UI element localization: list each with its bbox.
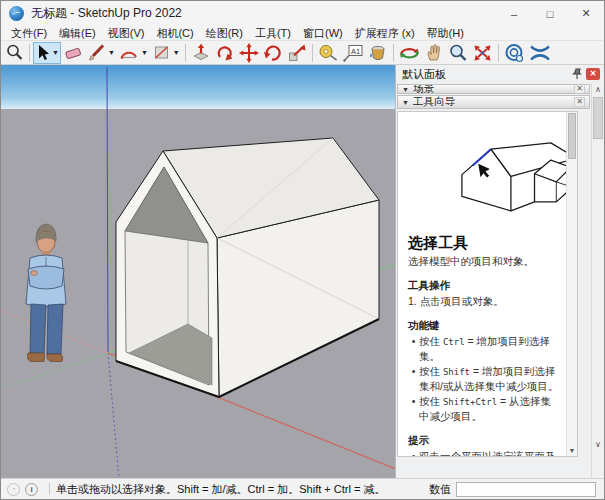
toolbar-separator	[393, 44, 394, 62]
scroll-down-icon[interactable]: ∨	[592, 438, 604, 451]
instructor-title: 选择工具	[408, 234, 560, 253]
model-scene	[1, 65, 395, 478]
default-tray-panel: 默认面板 ✕ ▼ 场景 ✕ ▼ 工具	[395, 65, 604, 478]
info-icon[interactable]: i	[25, 483, 38, 496]
triangle-expand-icon: ▼	[402, 99, 409, 106]
tip-item: •双击一个平面以选定该平面及其所有边线。	[408, 450, 560, 456]
scroll-up-icon[interactable]: ∧	[592, 83, 604, 96]
chevron-down-icon[interactable]: ▼	[141, 49, 148, 56]
scale-icon	[287, 43, 307, 63]
sketchup-window: 无标题 - SketchUp Pro 2022 – □ ✕ 文件(F) 编辑(E…	[0, 0, 605, 500]
tape-measure-button[interactable]	[316, 42, 340, 64]
section-instructor-label: 工具向导	[413, 95, 455, 109]
rotate-icon	[263, 43, 283, 63]
pencil-icon	[87, 43, 106, 62]
scrollbar-thumb[interactable]	[568, 113, 576, 159]
rectangle-tool-button[interactable]: ▼	[150, 42, 182, 64]
title-bar: 无标题 - SketchUp Pro 2022 – □ ✕	[1, 1, 604, 26]
zoom-extents-button[interactable]	[470, 42, 495, 64]
arc-tool-button[interactable]: ▼	[117, 42, 150, 64]
geolocation-icon[interactable]: ◔	[7, 483, 20, 496]
section-scenes[interactable]: ▼ 场景 ✕	[397, 84, 590, 94]
sketchup-logo-icon	[9, 6, 24, 21]
minimize-button[interactable]: –	[496, 1, 532, 26]
chevron-down-icon[interactable]: ▼	[52, 49, 59, 56]
operation-step: 1. 点击项目或对象。	[408, 295, 560, 308]
text-tool-button[interactable]: A1	[340, 42, 365, 64]
menu-help[interactable]: 帮助(H)	[421, 26, 470, 40]
paint-bucket-button[interactable]	[365, 42, 390, 64]
section-instructor[interactable]: ▼ 工具向导 ✕	[397, 95, 590, 109]
rotate-button[interactable]	[261, 42, 285, 64]
menu-file[interactable]: 文件(F)	[5, 26, 53, 40]
close-button[interactable]: ✕	[568, 1, 604, 26]
instructor-scrollbar[interactable]: ▼	[566, 112, 577, 456]
exchange-button[interactable]	[527, 42, 553, 64]
select-tool-button[interactable]: ▼	[33, 42, 61, 64]
text-icon: A1	[342, 43, 363, 63]
status-separator	[49, 483, 50, 495]
menu-camera[interactable]: 相机(C)	[150, 26, 199, 40]
toolbar-separator	[312, 44, 313, 62]
pan-button[interactable]	[422, 42, 446, 64]
scrollbar-thumb[interactable]	[593, 97, 603, 139]
toolbar-separator	[498, 44, 499, 62]
menu-tools[interactable]: 工具(T)	[249, 26, 297, 40]
menu-window[interactable]: 窗口(W)	[297, 26, 349, 40]
zoom-button[interactable]	[446, 42, 470, 64]
zoom-window-icon	[5, 43, 24, 62]
modifier-item: •按住 Shift = 增加项目到选择集和/或从选择集中减少项目。	[408, 365, 560, 393]
menu-draw[interactable]: 绘图(R)	[200, 26, 249, 40]
warehouse-button[interactable]	[502, 42, 527, 64]
zoom-extents-icon	[472, 43, 493, 63]
warehouse-icon	[504, 43, 525, 63]
menu-view[interactable]: 视图(V)	[102, 26, 151, 40]
person-left-shoe	[27, 353, 44, 362]
orbit-button[interactable]	[397, 42, 422, 64]
line-tool-button[interactable]: ▼	[85, 42, 117, 64]
eraser-button[interactable]	[61, 42, 85, 64]
paint-bucket-icon	[367, 43, 388, 63]
maximize-button[interactable]: □	[532, 1, 568, 26]
menu-bar: 文件(F) 编辑(E) 视图(V) 相机(C) 绘图(R) 工具(T) 窗口(W…	[1, 26, 604, 40]
window-title: 无标题 - SketchUp Pro 2022	[31, 5, 182, 22]
tray-header[interactable]: 默认面板 ✕	[396, 65, 604, 83]
scale-button[interactable]	[285, 42, 309, 64]
sky	[1, 65, 395, 109]
toolbar-separator	[29, 44, 30, 62]
zoom-window-button[interactable]	[3, 42, 26, 64]
menu-extensions[interactable]: 扩展程序 (x)	[349, 26, 421, 40]
modifier-item: •按住 Ctrl = 增加项目到选择集。	[408, 335, 560, 363]
orbit-icon	[399, 43, 420, 63]
scroll-down-icon[interactable]: ▼	[567, 447, 577, 454]
person-right-leg	[47, 304, 63, 354]
section-scenes-label: 场景	[413, 84, 434, 94]
measurements-label: 数值	[429, 482, 451, 497]
eraser-icon	[63, 43, 83, 62]
modifier-item: •按住 Shift+Ctrl = 从选择集中减少项目。	[408, 395, 560, 423]
push-pull-button[interactable]	[189, 42, 213, 64]
tray-title: 默认面板	[402, 67, 571, 82]
tray-close-icon[interactable]: ✕	[586, 68, 600, 80]
pin-icon[interactable]	[571, 68, 583, 80]
chevron-down-icon[interactable]: ▼	[173, 49, 180, 56]
rectangle-icon	[152, 43, 171, 62]
chevron-down-icon[interactable]: ▼	[108, 49, 115, 56]
measurements-input[interactable]	[456, 482, 596, 497]
tray-scrollbar[interactable]: ∧ ∨	[591, 83, 604, 478]
zoom-icon	[448, 43, 468, 63]
follow-me-button[interactable]	[213, 42, 237, 64]
move-icon	[239, 43, 259, 63]
select-arrow-icon	[35, 44, 50, 61]
section-close-icon[interactable]: ✕	[574, 84, 585, 94]
pan-hand-icon	[424, 43, 444, 63]
toolbar-separator	[185, 44, 186, 62]
model-viewport[interactable]	[1, 65, 395, 478]
section-close-icon[interactable]: ✕	[574, 97, 585, 107]
menu-edit[interactable]: 编辑(E)	[53, 26, 102, 40]
status-bar: ◔ i 单击或拖动以选择对象。Shift = 加/减。Ctrl = 加。Shif…	[1, 478, 604, 499]
move-button[interactable]	[237, 42, 261, 64]
measurements-box: 数值	[429, 482, 596, 497]
tray-body: ▼ 场景 ✕ ▼ 工具向导 ✕	[396, 83, 604, 478]
svg-text:A1: A1	[351, 46, 360, 55]
